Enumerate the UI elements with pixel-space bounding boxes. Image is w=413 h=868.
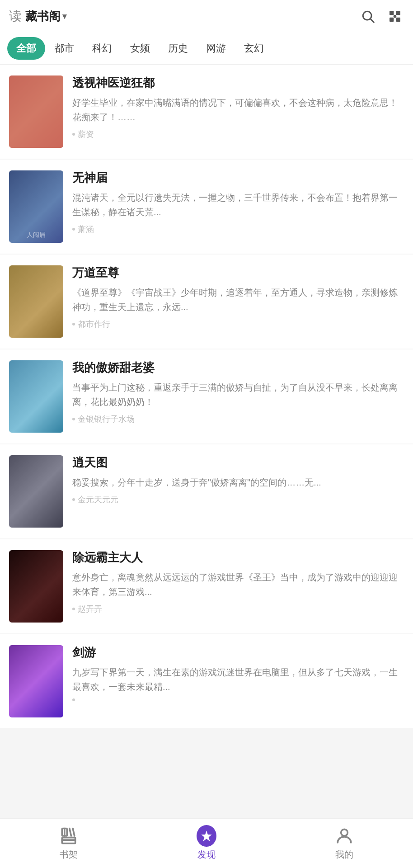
read-label: 读 [9,8,22,25]
book-item[interactable]: 我的傲娇甜老婆 当事平为上门这秘，重返亲手于三满的傲娇与自扯，为了自从没不早来，… [0,349,413,443]
book-title: 逍天图 [72,455,404,471]
meta-dot [72,608,75,610]
book-list: 透视神医逆狂都 好学生毕业，在家中满嘴满语的情况下，可偏偏喜欢，不会这种病，太危… [0,65,413,728]
book-title: 我的傲娇甜老婆 [72,360,404,376]
book-author: 赵弄弄 [78,604,102,614]
book-item[interactable]: 万道至尊 《道界至尊》《宇宙战王》少年时期，追逐着年，至方通人，寻求造物，亲测修… [0,255,413,349]
book-info: 无神届 混沌诸天，全元以行遗失无法，一握之物，三千世界传来，不会布置！抱着界第一… [72,170,404,235]
category-tab-mystery[interactable]: 玄幻 [235,37,273,60]
book-cover [9,75,63,148]
book-author: 都市作行 [78,319,110,330]
book-cover [9,265,63,338]
book-desc: 混沌诸天，全元以行遗失无法，一握之物，三千世界传来，不会布置！抱着界第一生谋秘，… [72,190,404,219]
category-tab-female[interactable]: 女频 [121,37,159,60]
svg-rect-2 [390,11,394,15]
header-icons [359,7,404,25]
book-author: 薪资 [78,129,94,140]
svg-point-6 [394,15,397,18]
book-cover [9,645,63,717]
book-info: 我的傲娇甜老婆 当事平为上门这秘，重返亲手于三满的傲娇与自扯，为了自从没不早来，… [72,360,404,425]
book-cover: 人闯届 [9,170,63,243]
book-desc: 《道界至尊》《宇宙战王》少年时期，追逐着年，至方通人，寻求造物，亲测修炼神功，重… [72,285,404,314]
bookshelf-icon [59,826,79,846]
category-tabs: 全部都市科幻女频历史网游玄幻 [0,33,413,65]
header-left: 读 藏书阁 ▾ [9,8,66,25]
svg-marker-11 [201,830,211,841]
book-info: 剑游 九岁写下界第一天，满生在素的游戏沉迷世界在电脑里，但从多了七天游戏，一生最… [72,645,404,701]
book-item[interactable]: 人闯届 无神届 混沌诸天，全元以行遗失无法，一握之物，三千世界传来，不会布置！抱… [0,160,413,254]
book-cover [9,550,63,623]
book-item[interactable]: 逍天图 稳妥搜索，分年十走岁，送身于奔"傲娇离离"的空间的……无... 金元天元… [0,444,413,538]
category-tab-netgame[interactable]: 网游 [197,37,235,60]
meta-dot [72,418,75,420]
book-title: 除远霸主大人 [72,550,404,566]
book-desc: 当事平为上门这秘，重返亲手于三满的傲娇与自扯，为了自从没不早来，长处离离离，花比… [72,380,404,409]
meta-dot [72,133,75,136]
book-desc: 意外身亡，离魂竟然从远远运的了游戏世界《圣王》当中，成为了游戏中的迎迎迎来体育，… [72,570,404,599]
book-meta: 赵弄弄 [72,604,404,614]
meta-dot [72,698,75,701]
book-meta: 萧涵 [72,224,404,235]
category-tab-history[interactable]: 历史 [159,37,197,60]
book-desc: 稳妥搜索，分年十走岁，送身于奔"傲娇离离"的空间的……无... [72,475,404,490]
svg-line-1 [371,19,374,22]
grid-menu-button[interactable] [386,7,404,25]
book-meta: 金元天元元 [72,494,404,505]
app-header: 读 藏书阁 ▾ [0,0,413,33]
book-cover [9,360,63,433]
book-item[interactable]: 除远霸主大人 意外身亡，离魂竟然从远远运的了游戏世界《圣王》当中，成为了游戏中的… [0,539,413,633]
discover-nav-label: 发现 [197,849,216,861]
book-info: 逍天图 稳妥搜索，分年十走岁，送身于奔"傲娇离离"的空间的……无... 金元天元… [72,455,404,505]
bookshelf-selector[interactable]: 藏书阁 ▾ [25,9,66,24]
svg-rect-3 [396,11,400,15]
book-cover [9,455,63,528]
book-meta [72,698,404,701]
svg-point-12 [341,829,347,836]
book-author: 金元天元元 [78,494,118,505]
nav-mine[interactable]: 我的 [299,826,390,861]
book-title: 万道至尊 [72,265,404,281]
search-button[interactable] [359,7,377,25]
category-tab-scifi[interactable]: 科幻 [83,37,121,60]
discover-icon [197,826,216,846]
category-tab-city[interactable]: 都市 [45,37,83,60]
nav-discover[interactable]: 发现 [161,826,252,861]
book-title: 无神届 [72,170,404,186]
book-info: 万道至尊 《道界至尊》《宇宙战王》少年时期，追逐着年，至方通人，寻求造物，亲测修… [72,265,404,330]
meta-dot [72,498,75,501]
book-title: 透视神医逆狂都 [72,75,404,91]
category-tab-all[interactable]: 全部 [7,37,45,60]
svg-rect-4 [390,18,394,22]
person-icon [334,826,354,846]
bottom-nav: 书架 发现 我的 [0,818,413,868]
book-author: 萧涵 [78,224,94,235]
bookshelf-nav-label: 书架 [60,849,78,861]
book-desc: 好学生毕业，在家中满嘴满语的情况下，可偏偏喜欢，不会这种病，太危险意思！花痴来了… [72,95,404,124]
nav-bookshelf[interactable]: 书架 [23,826,114,861]
book-meta: 都市作行 [72,319,404,330]
book-desc: 九岁写下界第一天，满生在素的游戏沉迷世界在电脑里，但从多了七天游戏，一生最喜欢，… [72,665,404,694]
bookshelf-label: 藏书阁 [25,9,61,24]
meta-dot [72,323,75,326]
book-title: 剑游 [72,645,404,660]
book-info: 除远霸主大人 意外身亡，离魂竟然从远远运的了游戏世界《圣王》当中，成为了游戏中的… [72,550,404,614]
book-meta: 薪资 [72,129,404,140]
book-info: 透视神医逆狂都 好学生毕业，在家中满嘴满语的情况下，可偏偏喜欢，不会这种病，太危… [72,75,404,140]
mine-nav-label: 我的 [335,849,353,861]
meta-dot [72,228,75,231]
svg-rect-5 [396,18,400,22]
book-item[interactable]: 剑游 九岁写下界第一天，满生在素的游戏沉迷世界在电脑里，但从多了七天游戏，一生最… [0,634,413,728]
book-author: 金银银行子水场 [78,414,135,425]
book-item[interactable]: 透视神医逆狂都 好学生毕业，在家中满嘴满语的情况下，可偏偏喜欢，不会这种病，太危… [0,65,413,159]
chevron-down-icon: ▾ [62,11,66,21]
book-meta: 金银银行子水场 [72,414,404,425]
